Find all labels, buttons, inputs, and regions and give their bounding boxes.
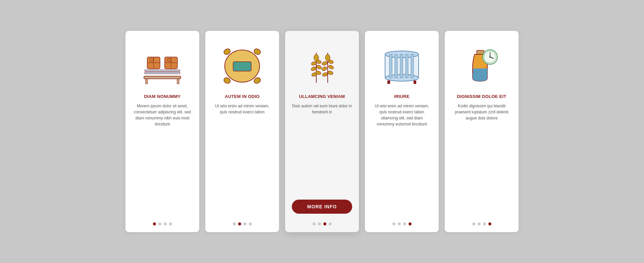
dot-3 [164,222,167,225]
card-4-dots [392,222,412,225]
svg-rect-41 [406,54,408,78]
svg-point-31 [328,64,334,70]
svg-point-26 [314,54,319,61]
card-3-icon [299,41,345,88]
svg-rect-18 [233,62,251,71]
card-1: DIAM NONUMMY Morem ipsum dolor sit amet,… [125,31,199,232]
dot-1 [233,222,236,225]
card-4-text: Ut wisi enim ad minim veniam, quis nostr… [372,103,432,216]
svg-rect-2 [177,79,179,84]
dot-4 [249,222,252,225]
svg-point-22 [311,66,317,71]
dot-3 [483,222,486,225]
dot-4 [329,222,332,225]
card-1-icon [139,41,186,88]
dot-3 [323,222,326,225]
card-1-text: Morem ipsum dolor sit amet, consectetuer… [132,103,193,216]
svg-rect-38 [389,54,392,78]
svg-rect-3 [145,72,180,74]
svg-rect-43 [387,81,390,84]
svg-rect-45 [477,50,484,54]
card-5: DIGNISSIM DOLOE EIT Kodio dignissim qui … [445,31,519,232]
card-2-icon [219,41,266,88]
svg-point-32 [322,61,328,66]
card-3: ULLAMCING VENIAM Duis autem vel eum iriu… [285,31,359,232]
card-5-dots [472,222,491,225]
dot-2 [238,222,241,225]
card-5-title: DIGNISSIM DOLOE EIT [457,94,506,99]
dot-1 [313,222,316,225]
card-1-title: DIAM NONUMMY [144,94,180,99]
svg-rect-0 [144,76,181,79]
card-3-dots [313,222,332,225]
card-2-dots [233,222,252,225]
dot-1 [392,222,395,225]
card-4-icon [378,41,425,88]
dot-3 [403,222,406,225]
svg-rect-1 [146,79,148,84]
svg-rect-44 [414,81,416,84]
dot-4 [169,222,172,225]
svg-rect-42 [411,54,414,78]
dot-2 [398,222,401,225]
card-3-text: Duis autem vel eum iriure dolor in hendr… [292,103,352,195]
svg-point-29 [327,70,333,75]
svg-rect-40 [400,54,403,78]
dot-2 [318,222,321,225]
card-4-title: IRIURE [394,94,410,99]
card-2-text: Ut wisi enim ad minim veniam, quis nostr… [212,103,272,216]
svg-point-30 [321,66,328,71]
dot-1 [153,222,156,225]
card-5-icon [458,41,505,88]
svg-point-34 [325,54,330,61]
card-1-dots [153,222,172,225]
card-5-text: Kodio dignissim qui blandit praesent lup… [451,103,512,216]
dot-1 [472,222,475,225]
dot-4 [488,222,491,225]
svg-point-50 [489,56,491,58]
card-3-title: ULLAMCING VENIAM [299,94,345,99]
cards-container: DIAM NONUMMY Morem ipsum dolor sit amet,… [115,17,529,246]
svg-point-28 [322,72,328,77]
more-info-button[interactable]: MORE INFO [292,200,352,214]
card-2: AUTEM IN ODIO Ut wisi enim ad minim veni… [205,31,279,232]
dot-4 [409,222,412,225]
card-4: IRIURE Ut wisi enim ad minim veniam, qui… [365,31,439,232]
card-2-title: AUTEM IN ODIO [225,94,260,99]
dot-2 [158,222,161,225]
svg-point-23 [316,64,322,70]
dot-3 [244,222,247,225]
svg-rect-4 [145,70,180,71]
svg-rect-39 [395,54,397,78]
dot-2 [478,222,481,225]
